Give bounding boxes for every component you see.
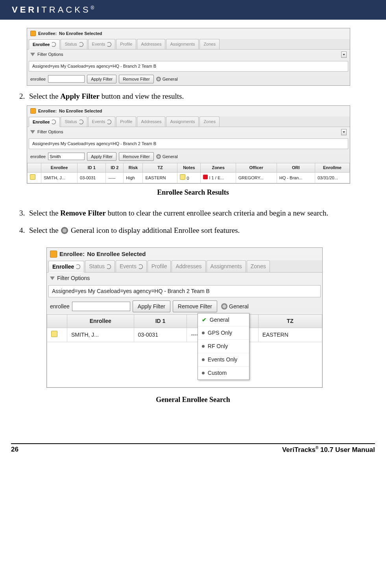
filter-options-label: Filter Options [57, 275, 90, 282]
title-value: No Enrollee Selected [87, 250, 146, 258]
cell-enrollee: SMITH, J... [67, 328, 134, 342]
cell-id1: 03-0031 [134, 328, 187, 342]
menu-item-general[interactable]: ✔General [198, 313, 249, 327]
enrollee-label: enrollee [50, 303, 70, 310]
screenshot-1: Enrollee: No Enrollee Selected Enrollee … [27, 28, 350, 86]
remove-filter-button[interactable]: Remove Filter [119, 152, 153, 161]
col-tz[interactable]: TZ [143, 163, 177, 173]
enrollee-input[interactable] [48, 153, 85, 160]
col-risk[interactable]: Risk [124, 163, 143, 173]
filter-icon [30, 53, 35, 56]
tab-status[interactable]: Status [61, 39, 87, 49]
cell-tz: EASTERN [258, 328, 322, 342]
menu-item-events[interactable]: Events Only [198, 353, 249, 367]
person-icon [50, 251, 57, 258]
gear-icon [61, 227, 68, 234]
tab-assignments[interactable]: Assignments [166, 39, 199, 49]
tab-addresses[interactable]: Addresses [137, 116, 165, 127]
apply-filter-button[interactable]: Apply Filter [133, 300, 170, 313]
person-icon [30, 108, 36, 114]
refresh-icon [106, 264, 111, 269]
col-id1[interactable]: ID 1 [78, 163, 106, 173]
general-toggle[interactable]: General ✔General GPS Only RF Only Events… [221, 303, 249, 310]
tab-profile[interactable]: Profile [148, 260, 171, 272]
col-notes[interactable]: Notes [177, 163, 201, 173]
cell-enrollme: 03/31/20... [315, 173, 349, 183]
refresh-icon [76, 264, 80, 269]
remove-filter-button[interactable]: Remove Filter [119, 75, 153, 84]
tab-profile[interactable]: Profile [116, 39, 136, 49]
screenshot-3: Enrollee: No Enrollee Selected Enrollee … [46, 247, 323, 388]
gear-icon [221, 303, 227, 310]
refresh-icon [138, 264, 143, 269]
table-row[interactable]: SMITH, J... 03-0031 ----- High EASTERN 0… [28, 173, 350, 183]
tab-addresses[interactable]: Addresses [172, 260, 205, 272]
enrollee-input[interactable] [48, 75, 85, 83]
menu-item-rf[interactable]: RF Only [198, 340, 249, 353]
col-select[interactable] [47, 315, 67, 328]
tab-profile[interactable]: Profile [116, 116, 136, 127]
remove-filter-button[interactable]: Remove Filter [173, 300, 217, 313]
tab-events[interactable]: Events [88, 39, 116, 49]
dot-icon [202, 358, 205, 361]
refresh-icon [51, 42, 56, 47]
caption-1: Enrollee Search Results [11, 188, 375, 197]
cell-enrollee: SMITH, J... [41, 173, 78, 183]
tab-assignments[interactable]: Assignments [166, 116, 199, 127]
results-table: Enrollee ID 1 ID 2 Risk TZ Notes Zones O… [27, 163, 350, 183]
col-enrollee[interactable]: Enrollee [67, 315, 134, 328]
step-list: Select the Apply Filter button and view … [11, 91, 375, 101]
tab-events[interactable]: Events [88, 116, 116, 127]
tab-enrollee[interactable]: Enrollee [29, 117, 60, 127]
tab-enrollee[interactable]: Enrollee [29, 39, 60, 50]
apply-filter-button[interactable]: Apply Filter [87, 75, 116, 84]
tab-events[interactable]: Events [116, 260, 147, 272]
general-toggle[interactable]: General [156, 76, 178, 82]
col-id1[interactable]: ID 1 [134, 315, 187, 328]
person-icon [30, 31, 36, 36]
dropdown-caret[interactable] [341, 129, 347, 135]
title-prefix: Enrollee: [38, 108, 57, 114]
cell-tz: EASTERN [143, 173, 177, 183]
refresh-icon [79, 120, 83, 124]
header-band: VERITRACKS® [0, 0, 386, 20]
col-enrollme[interactable]: Enrollme [315, 163, 349, 173]
caption-2: General Enrollee Search [11, 395, 375, 404]
logo-bold: VERI [12, 5, 41, 15]
flag-icon [203, 175, 208, 179]
col-tz[interactable]: TZ [258, 315, 322, 328]
table-row[interactable]: SMITH, J... 03-0031 ----- High EASTERN [47, 328, 322, 342]
tab-enrollee[interactable]: Enrollee [48, 261, 84, 273]
footer: 26 VeriTracks® 10.7 User Manual [11, 443, 375, 454]
general-toggle[interactable]: General [156, 154, 178, 160]
enrollee-input[interactable] [72, 302, 130, 311]
title-prefix: Enrollee: [59, 250, 85, 258]
tab-zones[interactable]: Zones [247, 260, 270, 272]
tab-status[interactable]: Status [61, 116, 87, 127]
step-2: Select the Apply Filter button and view … [27, 91, 375, 101]
general-menu: ✔General GPS Only RF Only Events Only Cu… [198, 313, 249, 380]
logo-rest: TRACKS [41, 5, 90, 15]
title-prefix: Enrollee: [38, 31, 57, 37]
col-id2[interactable]: ID 2 [106, 163, 124, 173]
row-icon [51, 331, 57, 337]
logo: VERITRACKS® [12, 5, 94, 15]
col-ori[interactable]: ORI [277, 163, 315, 173]
filter-icon [50, 276, 55, 280]
dropdown-caret[interactable] [341, 52, 347, 58]
tab-assignments[interactable]: Assignments [207, 260, 246, 272]
tab-addresses[interactable]: Addresses [137, 39, 165, 49]
tab-zones[interactable]: Zones [199, 116, 220, 127]
col-enrollee[interactable]: Enrollee [41, 163, 78, 173]
tab-status[interactable]: Status [85, 260, 115, 272]
menu-item-gps[interactable]: GPS Only [198, 326, 249, 340]
dot-icon [202, 332, 205, 334]
col-officer[interactable]: Officer [236, 163, 277, 173]
col-select[interactable] [28, 163, 41, 173]
filter-options-label: Filter Options [37, 52, 63, 57]
apply-filter-button[interactable]: Apply Filter [87, 152, 116, 161]
menu-item-custom[interactable]: Custom [198, 367, 249, 380]
tab-zones[interactable]: Zones [199, 39, 220, 49]
cell-risk: High [124, 173, 143, 183]
col-zones[interactable]: Zones [201, 163, 236, 173]
